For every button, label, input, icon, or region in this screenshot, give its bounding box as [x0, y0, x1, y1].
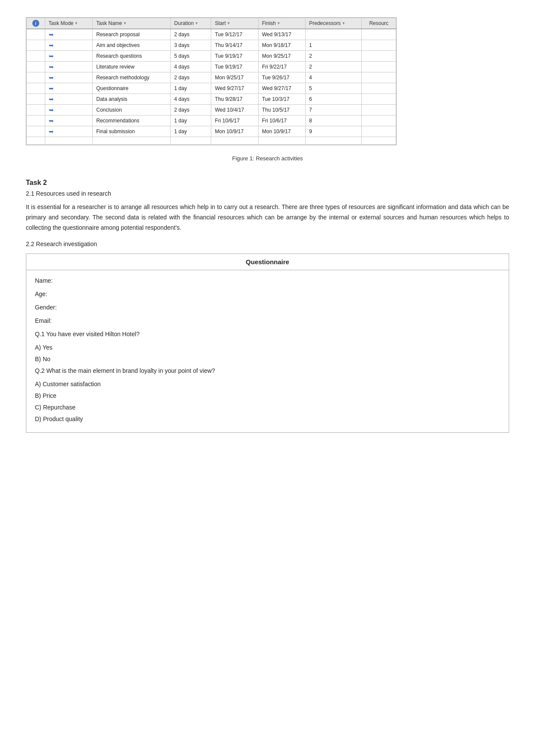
row-task-name: Questionnaire: [93, 83, 171, 94]
row-start: Mon 9/25/17: [211, 72, 258, 83]
row-resource: [362, 29, 396, 40]
row-duration: 2 days: [171, 105, 211, 116]
col-resource-header: Resourc: [362, 18, 396, 29]
col-start-header: Start ▼: [211, 18, 258, 29]
col-duration-header: Duration ▼: [171, 18, 211, 29]
row-resource: [362, 40, 396, 51]
row-task-name: Research questions: [93, 51, 171, 62]
row-resource: [362, 94, 396, 105]
question-2: Q.2 What is the main element in brand lo…: [35, 366, 500, 375]
taskmode-sort-icon[interactable]: ▼: [75, 21, 78, 25]
row-duration: 4 days: [171, 94, 211, 105]
row-info: [27, 94, 45, 105]
row-info: [27, 40, 45, 51]
question-1: Q.1 You have ever visited Hilton Hotel?: [35, 330, 500, 339]
question-1-option-1: A) Yes: [35, 343, 500, 352]
row-task-mode: ➥: [45, 116, 93, 126]
row-start: Tue 9/12/17: [211, 29, 258, 40]
row-info: [27, 83, 45, 94]
predecessors-sort-icon[interactable]: ▼: [341, 21, 345, 25]
duration-sort-icon[interactable]: ▼: [194, 21, 198, 25]
question-2-option-1: A) Customer satisfaction: [35, 380, 500, 389]
taskname-sort-icon[interactable]: ▼: [123, 21, 127, 25]
task-mode-icon: ➥: [49, 85, 54, 92]
duration-label: Duration: [174, 20, 194, 26]
row-resource: [362, 62, 396, 72]
row-predecessors: 8: [306, 116, 362, 126]
table-row: ➥Research questions5 daysTue 9/19/17Mon …: [27, 51, 396, 62]
task-mode-icon: ➥: [49, 31, 54, 38]
row-task-mode: ➥: [45, 126, 93, 137]
row-finish: Thu 10/5/17: [258, 105, 305, 116]
question-2-option-4: D) Product quality: [35, 415, 500, 424]
row-start: Tue 9/19/17: [211, 62, 258, 72]
task-mode-icon: ➥: [49, 42, 54, 49]
row-predecessors: [306, 29, 362, 40]
row-resource: [362, 116, 396, 126]
questionnaire-field: Gender:: [35, 303, 500, 312]
row-predecessors: 2: [306, 62, 362, 72]
questionnaire-content: Name:Age:Gender:Email:Q.1 You have ever …: [26, 270, 509, 432]
task2-paragraph: It is essential for a researcher is to a…: [26, 202, 509, 233]
row-task-mode: ➥: [45, 29, 93, 40]
row-finish: Wed 9/27/17: [258, 83, 305, 94]
row-info: [27, 51, 45, 62]
row-info: [27, 29, 45, 40]
section-22-label: 2.2 Research investigation: [26, 241, 509, 247]
row-finish: Fri 10/6/17: [258, 116, 305, 126]
row-info: [27, 126, 45, 137]
questionnaire-field: Email:: [35, 316, 500, 325]
row-finish: Fri 9/22/17: [258, 62, 305, 72]
question-2-option-3: C) Repurchase: [35, 403, 500, 412]
row-info: [27, 62, 45, 72]
row-task-mode: ➥: [45, 51, 93, 62]
row-predecessors: 9: [306, 126, 362, 137]
row-start: Wed 9/27/17: [211, 83, 258, 94]
task-mode-icon: ➥: [49, 117, 54, 124]
row-finish: Mon 10/9/17: [258, 126, 305, 137]
row-predecessors: 1: [306, 40, 362, 51]
row-duration: 2 days: [171, 72, 211, 83]
table-row: ➥Recommendations1 dayFri 10/6/17Fri 10/6…: [27, 116, 396, 126]
row-info: [27, 72, 45, 83]
row-resource: [362, 83, 396, 94]
row-start: Tue 9/19/17: [211, 51, 258, 62]
table-row: ➥Research proposal2 daysTue 9/12/17Wed 9…: [27, 29, 396, 40]
start-sort-icon[interactable]: ▼: [227, 21, 231, 25]
row-finish: Tue 10/3/17: [258, 94, 305, 105]
gantt-table-wrapper: i Task Mode ▼ Task Name ▼: [26, 17, 397, 145]
row-task-mode: ➥: [45, 83, 93, 94]
col-info-header: i: [27, 18, 45, 29]
resource-label: Resourc: [369, 20, 388, 26]
row-resource: [362, 72, 396, 83]
row-finish: Mon 9/18/17: [258, 40, 305, 51]
row-info: [27, 105, 45, 116]
questionnaire-field: Age:: [35, 290, 500, 299]
row-duration: 1 day: [171, 116, 211, 126]
questionnaire-field: Name:: [35, 276, 500, 285]
finish-sort-icon[interactable]: ▼: [277, 21, 281, 25]
col-taskname-header: Task Name ▼: [93, 18, 171, 29]
row-duration: 1 day: [171, 126, 211, 137]
task2-heading: Task 2: [26, 179, 509, 187]
table-row: ➥Questionnaire1 dayWed 9/27/17Wed 9/27/1…: [27, 83, 396, 94]
row-resource: [362, 51, 396, 62]
row-finish: Wed 9/13/17: [258, 29, 305, 40]
row-task-mode: ➥: [45, 105, 93, 116]
start-label: Start: [215, 20, 225, 26]
row-task-name: Recommendations: [93, 116, 171, 126]
task-mode-icon: ➥: [49, 74, 54, 81]
row-start: Fri 10/6/17: [211, 116, 258, 126]
question-2-option-2: B) Price: [35, 391, 500, 400]
row-predecessors: 4: [306, 72, 362, 83]
row-duration: 2 days: [171, 29, 211, 40]
row-duration: 4 days: [171, 62, 211, 72]
figure-caption: Figure 1: Research activities: [26, 155, 509, 162]
task2-section: Task 2 2.1 Resources used in research It…: [26, 179, 509, 433]
row-info: [27, 116, 45, 126]
row-task-mode: ➥: [45, 72, 93, 83]
row-task-name: Literature review: [93, 62, 171, 72]
table-row: ➥Final submission1 dayMon 10/9/17Mon 10/…: [27, 126, 396, 137]
questionnaire-title: Questionnaire: [26, 254, 509, 270]
row-duration: 5 days: [171, 51, 211, 62]
